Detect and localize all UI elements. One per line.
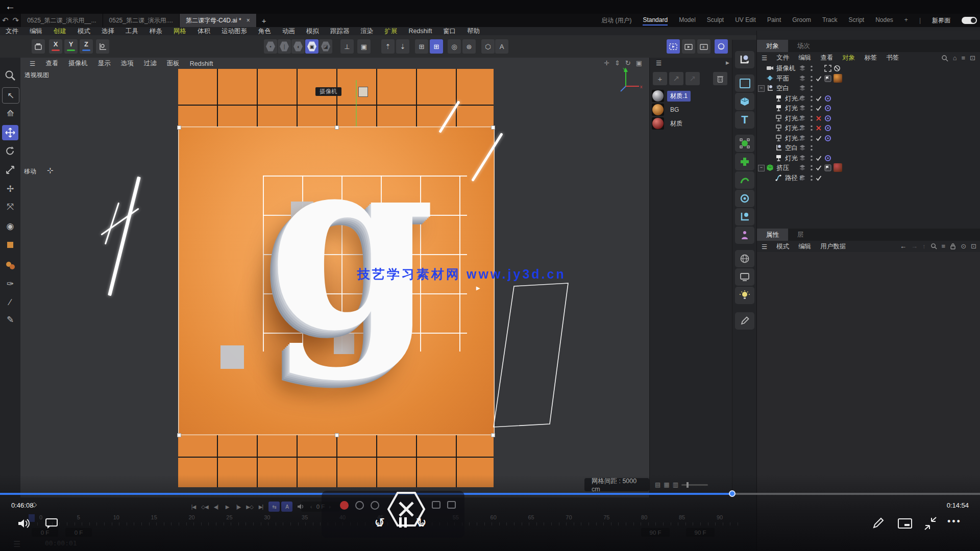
visibility-dots[interactable] [808, 75, 815, 82]
material-item[interactable]: BG [652, 103, 682, 116]
layer-icon[interactable] [799, 95, 806, 102]
render-view-button[interactable] [667, 39, 680, 54]
soft-selection-tool[interactable]: ◉ [2, 218, 18, 234]
coordinate-system-button[interactable] [96, 39, 109, 54]
menubar-item[interactable]: 工具 [120, 27, 144, 36]
home-icon[interactable]: ⌂ [953, 54, 957, 62]
tab-属性[interactable]: 属性 [757, 229, 788, 241]
flag-tag-icon[interactable] [824, 75, 831, 82]
brush-tool[interactable]: ✑ [2, 276, 18, 291]
goto-end-button[interactable]: ▶| [255, 502, 266, 512]
new-ui-toggle[interactable] [962, 17, 977, 24]
object-label[interactable]: 挤压 [776, 164, 789, 172]
primitive-cube-button[interactable] [735, 93, 754, 110]
forward-30-icon[interactable]: ↻30 [416, 515, 427, 530]
viewport-menu-item[interactable]: 面板 [162, 59, 185, 68]
layer-icon[interactable] [799, 164, 806, 171]
tree-row[interactable]: 灯光.3 [757, 113, 980, 123]
hamburger-icon[interactable]: ☰ [757, 243, 772, 251]
filter-icon[interactable]: ≡ [942, 242, 946, 250]
annotate-pen-button[interactable] [735, 312, 754, 330]
material-pair-tool[interactable] [2, 258, 18, 273]
selection-handle[interactable] [335, 126, 339, 130]
search-icon[interactable] [930, 243, 937, 249]
circle-tag-icon[interactable] [824, 155, 831, 162]
viewport-menu-item[interactable]: 摄像机 [63, 59, 93, 68]
circle-tag-icon[interactable] [824, 135, 831, 142]
layer-icon[interactable] [799, 85, 806, 92]
layer-icon[interactable] [799, 174, 806, 182]
new-tab-button[interactable]: + [257, 16, 272, 25]
simulation-sphere-button[interactable] [735, 190, 754, 207]
tab-场次[interactable]: 场次 [788, 40, 819, 52]
select-options-tool[interactable]: ⟰ [2, 106, 18, 121]
rewind-10-icon[interactable]: ↺10 [374, 515, 385, 530]
disabled-x-icon[interactable] [815, 115, 822, 122]
menubar-item[interactable]: 渲染 [355, 27, 379, 36]
menubar-item[interactable]: 选择 [96, 27, 120, 36]
letter-g-3d[interactable]: g [268, 123, 436, 363]
redshift-camera-button[interactable] [715, 39, 728, 54]
pencil-icon[interactable] [871, 516, 886, 531]
material-item[interactable]: 材质.1 [652, 89, 691, 103]
attr-menu-item[interactable]: 模式 [772, 242, 794, 251]
tree-row[interactable]: 灯光.1 [757, 133, 980, 143]
workspace-tab[interactable]: Paint [767, 15, 781, 26]
workspace-tab[interactable]: Sculpt [707, 15, 724, 26]
snap-target-button[interactable]: ◎ [448, 39, 461, 54]
thumbnail-size-slider[interactable] [681, 484, 708, 486]
popout-icon[interactable]: ⊡ [970, 54, 975, 62]
back-arrow-icon[interactable]: ← [5, 1, 15, 12]
perspective-viewport[interactable]: ☰ 查看摄像机显示选项过滤面板Redshift ✛ ⇕ ↻ ▣ 透视视图 g [20, 58, 649, 497]
layer-icon[interactable] [799, 155, 806, 162]
workspace-tab[interactable]: Nodes [875, 15, 893, 26]
circle-tag-icon[interactable] [824, 115, 831, 122]
layer-icon[interactable] [799, 65, 806, 72]
object-label[interactable]: 灯光 [785, 154, 798, 163]
expander-icon[interactable]: − [758, 165, 765, 171]
goto-start-button[interactable]: |◀ [188, 502, 199, 512]
tree-row[interactable]: −空白 [757, 83, 980, 93]
visibility-dots[interactable] [808, 144, 815, 152]
visibility-dots[interactable] [808, 124, 815, 132]
selection-handle[interactable] [177, 433, 181, 437]
grid-button[interactable]: ⊞ [415, 39, 428, 54]
play-button[interactable]: ▶ [222, 502, 233, 512]
layer-icon[interactable] [799, 115, 806, 122]
workspace-tab[interactable]: + [904, 15, 908, 26]
menubar-item[interactable]: 窗口 [437, 27, 461, 36]
workspace-tab[interactable]: UV Edit [735, 15, 756, 26]
attr-menu-item[interactable]: 编辑 [794, 242, 816, 251]
edges-mode-button[interactable]: | [278, 39, 291, 54]
player-seek-bar[interactable] [0, 493, 980, 495]
om-menu-item[interactable]: 文件 [772, 54, 794, 62]
visibility-dots[interactable] [808, 135, 815, 142]
popout-icon[interactable]: ⊡ [971, 242, 976, 250]
lock-icon[interactable] [950, 243, 956, 249]
expander-icon[interactable]: − [758, 85, 765, 92]
enabled-check-icon[interactable] [815, 135, 822, 142]
target-icon[interactable]: ⊙ [961, 242, 966, 250]
menubar-item[interactable]: 体积 [192, 27, 216, 36]
visibility-dots[interactable] [808, 85, 815, 92]
layer-icon[interactable] [799, 124, 806, 132]
list-view-icon[interactable]: ▤ [655, 481, 660, 488]
enabled-check-icon[interactable] [815, 174, 822, 182]
tree-row[interactable]: 摄像机 [757, 63, 980, 73]
volume-icon[interactable] [17, 518, 31, 529]
tree-row[interactable]: −挤压 [757, 163, 980, 172]
globe-button[interactable] [735, 250, 754, 267]
knife-tool[interactable]: ∕ [2, 295, 18, 310]
menubar-item[interactable]: 动画 [277, 27, 301, 36]
menubar-item[interactable]: 样条 [144, 27, 168, 36]
scale-tool[interactable] [2, 162, 18, 178]
coordinates-button[interactable] [735, 51, 754, 68]
material-name[interactable]: 材质.1 [667, 91, 691, 102]
visibility-dots[interactable] [808, 174, 815, 182]
tab-对象[interactable]: 对象 [757, 40, 788, 52]
subtitle-icon[interactable] [897, 518, 913, 529]
visibility-dots[interactable] [808, 164, 815, 171]
menubar-item[interactable]: 模拟 [301, 27, 325, 36]
mograph-text-button[interactable]: T [735, 111, 754, 129]
pan-icon[interactable]: ✛ [604, 59, 609, 67]
